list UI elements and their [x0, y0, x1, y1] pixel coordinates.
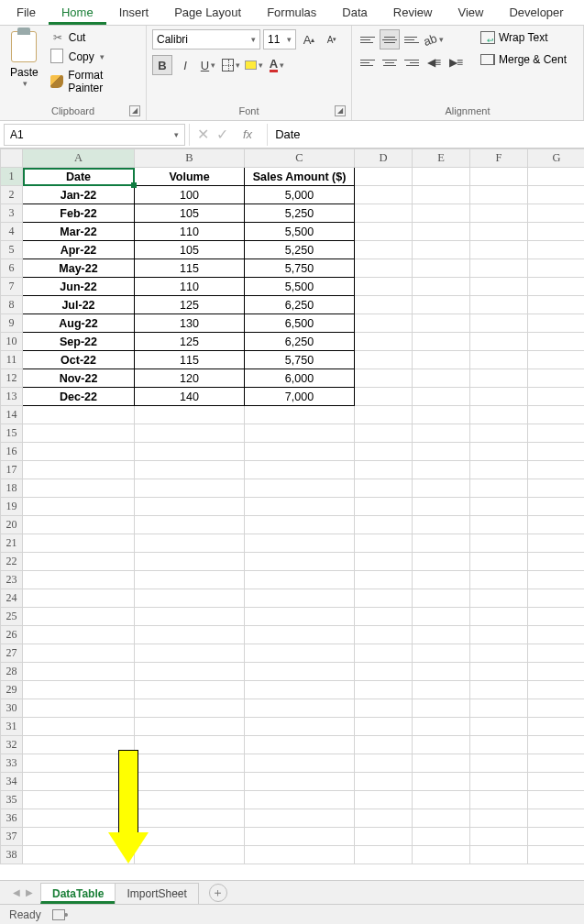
row-header[interactable]: 11: [1, 351, 23, 369]
row-header[interactable]: 31: [1, 718, 23, 736]
cell[interactable]: [528, 223, 585, 241]
cell[interactable]: [470, 241, 528, 259]
cell[interactable]: [23, 828, 135, 846]
row-header[interactable]: 36: [1, 809, 23, 828]
grow-font-button[interactable]: A▴: [299, 29, 319, 50]
cell[interactable]: [413, 223, 470, 241]
cell[interactable]: [135, 699, 245, 718]
cell[interactable]: Jun-22: [23, 278, 135, 296]
cell[interactable]: [528, 809, 585, 828]
cell[interactable]: [245, 553, 355, 571]
row-header[interactable]: 26: [1, 626, 23, 644]
cell[interactable]: [355, 663, 413, 681]
cell[interactable]: [528, 333, 585, 351]
row-header[interactable]: 20: [1, 516, 23, 534]
align-top-button[interactable]: [358, 29, 378, 50]
cell[interactable]: [355, 644, 413, 663]
add-sheet-button[interactable]: ＋: [209, 884, 227, 902]
cell[interactable]: [413, 608, 470, 626]
cell[interactable]: [528, 241, 585, 259]
cell[interactable]: [470, 186, 528, 204]
cell[interactable]: 5,250: [245, 204, 355, 223]
cell[interactable]: [528, 846, 585, 864]
cell[interactable]: Oct-22: [23, 351, 135, 369]
row-header[interactable]: 5: [1, 241, 23, 259]
cell[interactable]: [470, 608, 528, 626]
cell[interactable]: Nov-22: [23, 369, 135, 388]
cell[interactable]: [528, 626, 585, 644]
cell[interactable]: [528, 424, 585, 443]
cell[interactable]: [135, 791, 245, 809]
cell[interactable]: [470, 333, 528, 351]
column-header-G[interactable]: G: [528, 149, 585, 168]
cell[interactable]: [135, 608, 245, 626]
increase-indent-button[interactable]: ▶≡: [446, 52, 466, 72]
cell[interactable]: [355, 479, 413, 498]
row-header[interactable]: 10: [1, 333, 23, 351]
row-header[interactable]: 16: [1, 443, 23, 461]
cell[interactable]: [528, 443, 585, 461]
cell[interactable]: [413, 754, 470, 773]
cell[interactable]: [23, 461, 135, 479]
cell[interactable]: [23, 846, 135, 864]
cell[interactable]: [355, 553, 413, 571]
ribbon-tab-home[interactable]: Home: [49, 2, 106, 25]
cell[interactable]: 5,750: [245, 259, 355, 278]
cell[interactable]: [135, 663, 245, 681]
row-header[interactable]: 15: [1, 424, 23, 443]
cell[interactable]: [413, 663, 470, 681]
cell[interactable]: [355, 296, 413, 314]
row-header[interactable]: 1: [1, 168, 23, 186]
cell[interactable]: [135, 553, 245, 571]
cell[interactable]: Aug-22: [23, 314, 135, 333]
cell[interactable]: [528, 259, 585, 278]
cell[interactable]: [470, 204, 528, 223]
row-header[interactable]: 25: [1, 608, 23, 626]
cell[interactable]: [23, 681, 135, 699]
cell[interactable]: 5,500: [245, 223, 355, 241]
cell[interactable]: [245, 534, 355, 553]
cell[interactable]: [528, 314, 585, 333]
cell[interactable]: [413, 168, 470, 186]
row-header[interactable]: 27: [1, 644, 23, 663]
cell[interactable]: 5,250: [245, 241, 355, 259]
row-header[interactable]: 17: [1, 461, 23, 479]
cell[interactable]: [470, 644, 528, 663]
cell[interactable]: [470, 754, 528, 773]
cell[interactable]: [413, 809, 470, 828]
align-center-button[interactable]: [380, 52, 400, 72]
cell[interactable]: [135, 498, 245, 516]
cell[interactable]: [135, 534, 245, 553]
cell[interactable]: [528, 186, 585, 204]
cell[interactable]: 105: [135, 204, 245, 223]
row-header[interactable]: 37: [1, 828, 23, 846]
cell[interactable]: [470, 846, 528, 864]
cell[interactable]: [470, 681, 528, 699]
ribbon-tab-view[interactable]: View: [445, 2, 496, 25]
cell[interactable]: [528, 754, 585, 773]
cell[interactable]: [413, 828, 470, 846]
cell[interactable]: 5,000: [245, 186, 355, 204]
cell[interactable]: [135, 754, 245, 773]
row-header[interactable]: 32: [1, 736, 23, 754]
cell[interactable]: [245, 498, 355, 516]
cell[interactable]: [245, 828, 355, 846]
accept-icon[interactable]: ✓: [216, 126, 228, 143]
column-header-F[interactable]: F: [470, 149, 528, 168]
cell[interactable]: [528, 791, 585, 809]
select-all-corner[interactable]: [1, 149, 23, 168]
row-header[interactable]: 33: [1, 754, 23, 773]
cell[interactable]: [135, 406, 245, 424]
cell[interactable]: [355, 571, 413, 589]
cell[interactable]: [528, 828, 585, 846]
cell[interactable]: [355, 608, 413, 626]
cell[interactable]: [470, 314, 528, 333]
cell[interactable]: [413, 186, 470, 204]
cell[interactable]: [355, 406, 413, 424]
cell[interactable]: [470, 461, 528, 479]
column-header-E[interactable]: E: [413, 149, 470, 168]
row-header[interactable]: 2: [1, 186, 23, 204]
dialog-launcher-icon[interactable]: ◢: [129, 105, 140, 116]
cell[interactable]: [470, 626, 528, 644]
cell[interactable]: [470, 773, 528, 791]
